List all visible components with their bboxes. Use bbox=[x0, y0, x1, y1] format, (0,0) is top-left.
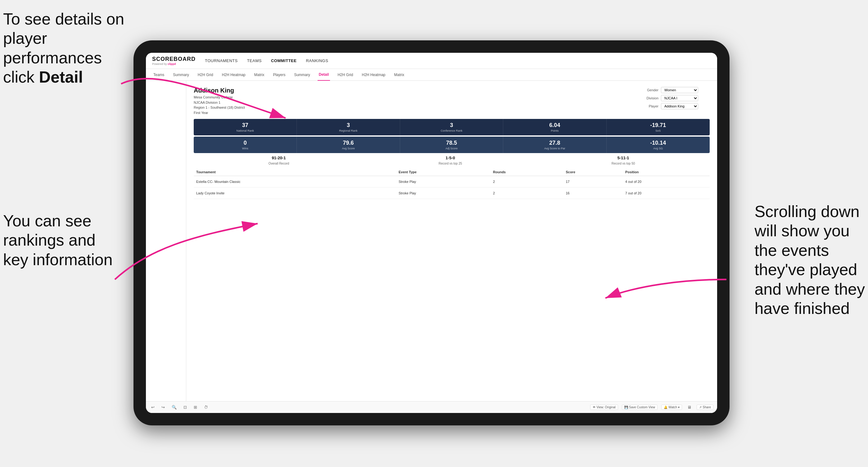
row2-tournament: Lady Coyote Invite bbox=[194, 188, 396, 199]
row2-score: 16 bbox=[563, 188, 623, 199]
player-college: Mesa Community College bbox=[194, 95, 245, 100]
stat-wins-value: 0 bbox=[196, 140, 294, 146]
stat-conference-rank: 3 Conference Rank bbox=[400, 119, 503, 135]
stat-sos-label: SoS bbox=[609, 129, 707, 132]
row1-score: 17 bbox=[563, 176, 623, 188]
fit-button[interactable]: ⊡ bbox=[182, 404, 188, 410]
record-top50-label: Record vs top 50 bbox=[612, 162, 635, 165]
col-position: Position bbox=[623, 168, 710, 176]
division-label: Division bbox=[641, 96, 658, 100]
records-row: 91-20-1 Overall Record 1-5-0 Record vs t… bbox=[194, 156, 710, 166]
record-top50-value: 5-11-1 bbox=[612, 156, 635, 160]
watch-label: Watch bbox=[669, 406, 677, 409]
stat-regional-rank-label: Regional Rank bbox=[299, 129, 397, 132]
row1-position: 4 out of 20 bbox=[623, 176, 710, 188]
stat-national-rank: 37 National Rank bbox=[194, 119, 297, 135]
record-top25-label: Record vs top 25 bbox=[439, 162, 462, 165]
stat-adj-score-label: Adj Score bbox=[403, 147, 500, 150]
division-select[interactable]: NJCAA I bbox=[661, 95, 698, 101]
view-original-label: View: Original bbox=[597, 406, 616, 409]
grid-button[interactable]: ⊞ bbox=[192, 404, 199, 410]
sub-nav: Teams Summary H2H Grid H2H Heatmap Matri… bbox=[146, 69, 717, 81]
nav-tournaments[interactable]: TOURNAMENTS bbox=[205, 58, 238, 63]
tournament-table: Tournament Event Type Rounds Score Posit… bbox=[194, 168, 710, 199]
nav-teams[interactable]: TEAMS bbox=[247, 58, 262, 63]
stat-wins: 0 Wins bbox=[194, 136, 297, 153]
stat-conference-rank-value: 3 bbox=[403, 122, 500, 129]
top-nav-items: TOURNAMENTS TEAMS COMMITTEE RANKINGS bbox=[205, 58, 328, 63]
stat-points-value: 6.04 bbox=[506, 122, 603, 129]
zoom-in-button[interactable]: 🔍 bbox=[170, 404, 178, 410]
player-header: Addison King Mesa Community College NJCA… bbox=[194, 87, 710, 115]
undo-button[interactable]: ↩ bbox=[150, 404, 156, 410]
stat-wins-label: Wins bbox=[196, 147, 294, 150]
record-overall-value: 91-20-1 bbox=[269, 156, 289, 160]
sub-nav-detail[interactable]: Detail bbox=[318, 69, 330, 81]
redo-button[interactable]: ↪ bbox=[160, 404, 166, 410]
col-score: Score bbox=[563, 168, 623, 176]
watch-button[interactable]: 🔔 Watch ▾ bbox=[661, 405, 682, 410]
stat-avg-sg: -10.14 Avg SG bbox=[607, 136, 710, 153]
player-info: Addison King Mesa Community College NJCA… bbox=[194, 87, 245, 115]
tablet-device: SCOREBOARD Powered by clippd TOURNAMENTS… bbox=[133, 40, 730, 426]
sub-nav-h2h-grid2[interactable]: H2H Grid bbox=[336, 69, 354, 81]
record-overall: 91-20-1 Overall Record bbox=[269, 156, 289, 166]
col-event-type: Event Type bbox=[396, 168, 491, 176]
gender-label: Gender bbox=[641, 88, 658, 92]
sub-nav-h2h-grid[interactable]: H2H Grid bbox=[196, 69, 215, 81]
stat-avg-score: 79.6 Avg Score bbox=[297, 136, 400, 153]
sub-nav-h2h-heatmap[interactable]: H2H Heatmap bbox=[221, 69, 247, 81]
nav-committee[interactable]: COMMITTEE bbox=[271, 58, 297, 63]
logo-area: SCOREBOARD Powered by clippd bbox=[152, 56, 195, 65]
row1-tournament: Estella CC- Mountain Classic bbox=[194, 176, 396, 188]
watch-icon: 🔔 bbox=[664, 406, 668, 409]
sub-nav-matrix2[interactable]: Matrix bbox=[393, 69, 406, 81]
sub-nav-summary[interactable]: Summary bbox=[172, 69, 190, 81]
stat-avg-score-label: Avg Score bbox=[299, 147, 397, 150]
view-icon: 👁 bbox=[593, 406, 596, 409]
save-custom-button[interactable]: 💾 Save Custom View bbox=[622, 405, 657, 410]
row1-rounds: 2 bbox=[491, 176, 563, 188]
sub-nav-h2h-heatmap2[interactable]: H2H Heatmap bbox=[361, 69, 386, 81]
player-region: Region 1 - Southwest (18) District bbox=[194, 105, 245, 110]
gender-select[interactable]: Women bbox=[661, 87, 698, 93]
view-original-button[interactable]: 👁 View: Original bbox=[590, 405, 618, 410]
stat-sos-value: -19.71 bbox=[609, 122, 707, 129]
top-nav: SCOREBOARD Powered by clippd TOURNAMENTS… bbox=[146, 53, 717, 69]
row2-position: 7 out of 20 bbox=[623, 188, 710, 199]
bottom-toolbar: ↩ ↪ 🔍 ⊡ ⊞ ⏱ 👁 View: Original 💾 Save Cust… bbox=[146, 401, 717, 413]
stat-avg-sg-value: -10.14 bbox=[609, 140, 707, 146]
logo-clippd: clippd bbox=[168, 62, 176, 65]
stat-points: 6.04 Points bbox=[503, 119, 606, 135]
gender-control-row: Gender Women bbox=[641, 87, 710, 93]
share-icon: ↗ bbox=[699, 406, 702, 409]
col-tournament: Tournament bbox=[194, 168, 396, 176]
stat-avg-score-par-label: Avg Score to Par bbox=[506, 147, 603, 150]
stat-conference-rank-label: Conference Rank bbox=[403, 129, 500, 132]
row2-rounds: 2 bbox=[491, 188, 563, 199]
clock-button[interactable]: ⏱ bbox=[203, 404, 210, 410]
stat-avg-score-par: 27.8 Avg Score to Par bbox=[503, 136, 606, 153]
stat-points-label: Points bbox=[506, 129, 603, 132]
annotation-topleft: To see details on player performances cl… bbox=[3, 9, 127, 87]
stat-national-rank-label: National Rank bbox=[196, 129, 294, 132]
table-row: Estella CC- Mountain Classic Stroke Play… bbox=[194, 176, 710, 188]
share-button[interactable]: ↗ Share bbox=[696, 405, 713, 410]
save-custom-label: Save Custom View bbox=[629, 406, 655, 409]
screen-button[interactable]: 🖥 bbox=[686, 404, 693, 410]
sub-nav-players[interactable]: Players bbox=[272, 69, 286, 81]
stat-regional-rank: 3 Regional Rank bbox=[297, 119, 400, 135]
stat-avg-score-value: 79.6 bbox=[299, 140, 397, 146]
stats-row1: 37 National Rank 3 Regional Rank 3 Confe… bbox=[194, 119, 710, 135]
nav-rankings[interactable]: RANKINGS bbox=[306, 58, 328, 63]
col-rounds: Rounds bbox=[491, 168, 563, 176]
sub-nav-teams[interactable]: Teams bbox=[152, 69, 165, 81]
annotation-right: Scrolling down will show you the events … bbox=[754, 202, 865, 318]
record-top25-value: 1-5-0 bbox=[439, 156, 462, 160]
save-icon: 💾 bbox=[624, 406, 628, 409]
player-select[interactable]: Addison King bbox=[661, 103, 698, 109]
player-label: Player bbox=[641, 104, 658, 108]
sub-nav-matrix[interactable]: Matrix bbox=[253, 69, 266, 81]
sub-nav-summary2[interactable]: Summary bbox=[293, 69, 311, 81]
stat-national-rank-value: 37 bbox=[196, 122, 294, 129]
